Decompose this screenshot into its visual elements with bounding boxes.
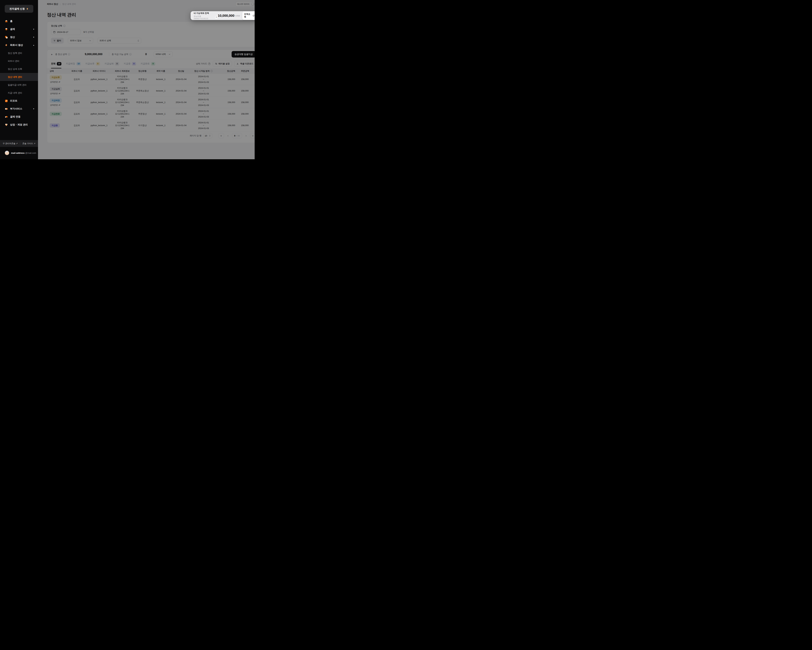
sidebar: 전자결제 신청 홈 결제 ▼ xyxy=(0,0,38,159)
sidebar-subitem-partner-mgmt[interactable]: 파트너 관리 xyxy=(0,57,38,65)
virtual-account-balance-card: 내 가상계좌 잔액 경남은행 28999770218123 10,000,000… xyxy=(191,11,255,20)
sidebar-subitem-payout-history[interactable]: 지급 내역 관리 xyxy=(0,89,38,97)
user-email-name: mail-address xyxy=(11,152,24,154)
sidebar-item-label: 파트너 정산 xyxy=(10,44,33,47)
bank-account-row: 경남은행 28999770218123 xyxy=(194,15,218,20)
sidebar-item-payments[interactable]: 결제 ▼ xyxy=(0,25,38,33)
bank-account-text: 경남은행 28999770218123 xyxy=(194,15,214,20)
balance-label: 내 가상계좌 잔액 xyxy=(194,12,218,15)
sidebar-footer: 구 관리자콘솔 ↗ 콘솔 가이드 ↗ mail-address @mail.co… xyxy=(0,140,38,159)
sidebar-item-partner-settlement[interactable]: 파트너 정산 ▲ xyxy=(0,41,38,49)
stacked-squares-icon xyxy=(5,36,8,39)
sidebar-item-label: 결제 xyxy=(10,28,33,31)
balance-amount: 10,000,000 xyxy=(218,14,234,18)
sidebar-item-label: 부가서비스 xyxy=(10,107,33,110)
apply-epayment-label: 전자결제 신청 xyxy=(9,7,25,11)
sidebar-subitem-bulk-payout[interactable]: 일괄지급 내역 관리 xyxy=(0,81,38,89)
lightning-icon xyxy=(5,44,8,47)
apply-epayment-button[interactable]: 전자결제 신청 xyxy=(5,5,33,13)
toggle-icon xyxy=(5,107,8,110)
main-area: 파트너 정산 | 정산 내역 관리 테스트 데이터 정산 내역 관리 정산일 선… xyxy=(38,0,255,159)
sidebar-subitem-label: 정산 내역 관리 xyxy=(8,76,22,78)
sidebar-subitem-policy[interactable]: 정산 정책 관리 xyxy=(0,49,38,57)
sidebar-subitem-settlement-detail[interactable]: 정산 상세 조회 xyxy=(0,65,38,73)
refresh-icon xyxy=(253,15,255,17)
sidebar-item-integration[interactable]: 결제 연동 xyxy=(0,113,38,121)
check-balance-label: 잔액조회 xyxy=(244,13,251,18)
chevron-up-icon: ▲ xyxy=(33,44,34,46)
copy-icon[interactable] xyxy=(215,16,218,19)
user-account-row[interactable]: mail-address @mail.com xyxy=(0,147,38,159)
user-email: mail-address @mail.com xyxy=(11,152,36,154)
dim-overlay xyxy=(38,0,255,159)
circles-icon xyxy=(5,123,8,126)
check-balance-button[interactable]: 잔액조회 xyxy=(242,11,255,20)
balance-info: 내 가상계좌 잔액 경남은행 28999770218123 xyxy=(194,12,218,20)
pills-icon xyxy=(5,115,8,118)
sidebar-item-label: 상점・계정 관리 xyxy=(10,123,36,126)
sidebar-subitem-label: 정산 상세 조회 xyxy=(8,67,22,70)
sidebar-item-label: 정산 xyxy=(10,35,33,39)
legacy-console-link[interactable]: 구 관리자콘솔 ↗ xyxy=(3,142,18,145)
sidebar-subitem-label: 일괄지급 내역 관리 xyxy=(8,84,27,86)
app-window: 전자결제 신청 홈 결제 ▼ xyxy=(0,0,255,159)
sidebar-item-home[interactable]: 홈 xyxy=(0,17,38,25)
sidebar-item-label: 결제 연동 xyxy=(10,115,36,118)
sidebar-subitem-label: 지급 내역 관리 xyxy=(8,92,22,95)
sidebar-item-settlement[interactable]: 정산 ▼ xyxy=(0,33,38,41)
sidebar-item-report[interactable]: 리포트 xyxy=(0,97,38,105)
balance-currency: KRW xyxy=(235,15,240,17)
sidebar-item-label: 리포트 xyxy=(10,99,36,102)
sidebar-item-store-account[interactable]: 상점・계정 관리 xyxy=(0,121,38,129)
sidebar-subitem-settlement-history[interactable]: 정산 내역 관리 xyxy=(0,73,38,81)
sidebar-menu: 홈 결제 ▼ 정산 ▼ 파트너 정산 ▲ xyxy=(0,17,38,129)
chevron-down-icon: ▼ xyxy=(33,28,34,30)
avatar xyxy=(5,151,9,155)
sidebar-item-label: 홈 xyxy=(10,20,36,23)
layers-icon xyxy=(5,28,8,31)
user-email-domain: @mail.com xyxy=(25,152,36,154)
bolt-icon xyxy=(26,8,29,10)
home-icon xyxy=(5,20,8,23)
chart-icon xyxy=(5,99,8,102)
chevron-down-icon: ▼ xyxy=(33,37,34,38)
sidebar-footer-links: 구 관리자콘솔 ↗ 콘솔 가이드 ↗ xyxy=(0,140,38,147)
sidebar-subitem-label: 정산 정책 관리 xyxy=(8,52,22,55)
chevron-down-icon: ▼ xyxy=(33,108,34,110)
console-guide-link[interactable]: 콘솔 가이드 ↗ xyxy=(23,142,35,145)
sidebar-item-addons[interactable]: 부가서비스 ▼ xyxy=(0,105,38,113)
sidebar-subitem-label: 파트너 관리 xyxy=(8,60,19,63)
